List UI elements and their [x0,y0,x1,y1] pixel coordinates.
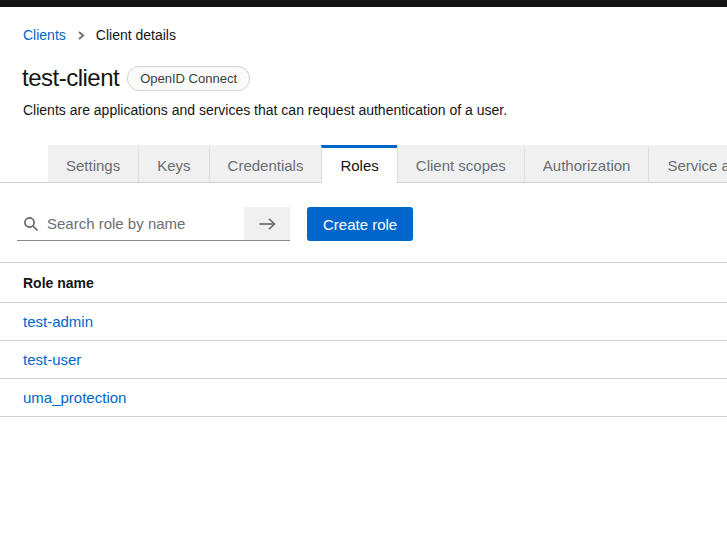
arrow-right-icon [258,217,277,231]
breadcrumb-link-clients[interactable]: Clients [23,27,66,43]
chevron-right-icon [76,30,86,41]
table-row: test-user [0,341,727,379]
protocol-badge: OpenID Connect [127,66,250,91]
search-submit-button[interactable] [244,207,290,241]
roles-table: Role name test-admintest-useruma_protect… [0,262,727,417]
tab-settings[interactable]: Settings [48,145,138,182]
search-field [17,207,244,241]
roles-toolbar: Create role [17,207,727,241]
role-link-uma_protection[interactable]: uma_protection [23,389,126,406]
tab-service-account-roles[interactable]: Service account roles [648,145,727,182]
create-role-button[interactable]: Create role [307,207,413,241]
table-row: uma_protection [0,379,727,417]
breadcrumb: Clients Client details [23,26,727,43]
breadcrumb-current: Client details [96,27,176,43]
tab-keys[interactable]: Keys [138,145,208,182]
tab-credentials[interactable]: Credentials [209,145,322,182]
role-link-test-user[interactable]: test-user [23,351,81,368]
page-description: Clients are applications and services th… [23,102,727,119]
page-header: test-client OpenID Connect [22,63,727,93]
search-input[interactable] [47,215,227,232]
search-icon [23,216,39,232]
tab-client-scopes[interactable]: Client scopes [397,145,524,182]
search-group [17,207,290,241]
table-row: test-admin [0,303,727,341]
column-header-role-name: Role name [0,263,727,303]
role-link-test-admin[interactable]: test-admin [23,313,93,330]
masthead-edge [0,0,727,7]
page-title: test-client [22,63,119,93]
tab-bar: SettingsKeysCredentialsRolesClient scope… [0,145,727,183]
table-body: test-admintest-useruma_protection [0,303,727,417]
tab-authorization[interactable]: Authorization [524,145,649,182]
tab-roles[interactable]: Roles [321,145,396,183]
